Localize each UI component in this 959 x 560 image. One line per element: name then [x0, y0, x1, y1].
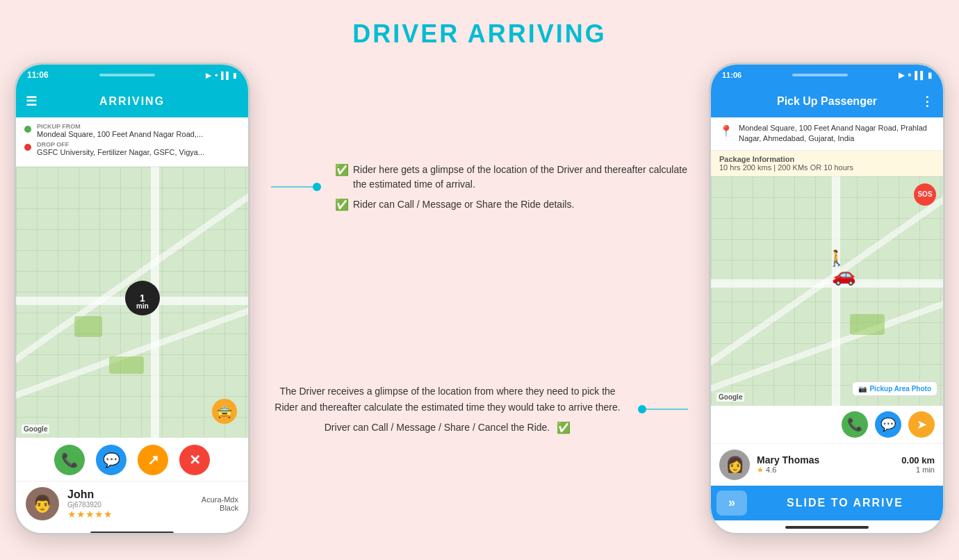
pickup-area-photo-button[interactable]: 📷 Pickup Area Photo	[852, 381, 937, 396]
share-button[interactable]: ↗	[138, 445, 168, 475]
connector-dot-bottom	[638, 405, 646, 413]
driver-car-info: Acura-Mdx Black	[202, 495, 238, 512]
car-model: Acura-Mdx	[202, 495, 238, 504]
page-title: DRIVER ARRIVING	[0, 19, 959, 49]
call-button-driver[interactable]: 📞	[842, 411, 868, 438]
pickup-dot	[24, 126, 31, 133]
road-diag2	[16, 237, 248, 402]
bottom-annotation-wrapper: The Driver receives a glimpse of the loc…	[271, 384, 688, 435]
phone2-map: 🚗 🚶 SOS 📷 Pickup Area Photo Google	[711, 176, 943, 406]
phone2-action-buttons: 📞 💬 ➤	[711, 406, 943, 443]
home-bar-line-2	[785, 526, 869, 529]
car-on-map-icon: 🚗	[832, 263, 856, 286]
phone2-header: Pick Up Passenger ⋮	[711, 85, 943, 117]
passenger-rating: ★ 4.6	[757, 466, 894, 475]
phone1-time: 11:06	[27, 70, 49, 80]
phone1-map: 1 min 🚖 Google	[16, 167, 248, 438]
top-annotation-wrapper: ✅ Rider here gets a glimpse of the locat…	[271, 163, 688, 212]
driver-avatar: 👨	[26, 487, 59, 520]
map-background-2: 🚗 🚶 SOS 📷 Pickup Area Photo Google	[711, 176, 943, 406]
phone2-mockup: 11:06 ▶ ⚬ ▌▌ ▮ Pick Up Passenger ⋮ 📍 Mon…	[709, 63, 945, 535]
passenger-details: Mary Thomas ★ 4.6	[757, 454, 894, 475]
sos-button[interactable]: SOS	[914, 183, 936, 206]
driver-info-text: John Gj6783920 ★★★★★	[67, 488, 193, 520]
phone2-package: Package Information 10 hrs 200 kms | 200…	[711, 151, 943, 176]
annotations: ✅ Rider here gets a glimpse of the locat…	[250, 63, 709, 535]
top-annotation: ✅ Rider here gets a glimpse of the locat…	[321, 163, 688, 212]
phone1-header-title: ARRIVING	[99, 95, 165, 108]
pickup-label: PICKUP FROM	[37, 123, 203, 130]
car-marker: 1 min	[125, 281, 160, 315]
ann-row-3: Driver can Call / Message / Share / Canc…	[271, 420, 624, 435]
driver-rating: ★★★★★	[67, 509, 193, 520]
bottom-annotation: The Driver receives a glimpse of the loc…	[271, 384, 638, 435]
check-icon-3: ✅	[557, 421, 571, 434]
car-color: Black	[202, 504, 238, 512]
dropoff-label: DROP OFF	[37, 141, 204, 148]
phone2-time: 11:06	[722, 71, 741, 79]
passenger-eta: 1 min	[901, 466, 935, 474]
ann-bottom-text: The Driver receives a glimpse of the loc…	[271, 384, 624, 415]
phone1-status-icons: ▶ ⚬ ▌▌ ▮	[206, 72, 237, 79]
package-title: Package Information	[719, 155, 935, 163]
ann-text-2: Rider can Call / Message or Share the Ri…	[353, 197, 574, 212]
rider-tag: 🚖	[212, 399, 237, 424]
passenger-distance: 0.00 km	[901, 455, 935, 466]
passenger-avatar: 👩	[719, 450, 750, 480]
phone2-home-bar	[711, 520, 943, 534]
ann-bottom-main: The Driver receives a glimpse of the loc…	[271, 384, 624, 435]
message-button[interactable]: 💬	[96, 445, 126, 475]
passenger-distance-eta: 0.00 km 1 min	[901, 455, 935, 474]
google-logo-1: Google	[22, 425, 49, 434]
phone2-passenger-info: 👩 Mary Thomas ★ 4.6 0.00 km 1 min	[711, 443, 943, 486]
phone1-home-bar	[16, 526, 248, 535]
ann-row-1: ✅ Rider here gets a glimpse of the locat…	[335, 163, 688, 192]
driver-id: Gj6783920	[67, 501, 193, 509]
location-address: Mondeal Square, 100 Feet Anand Nagar Roa…	[739, 123, 935, 145]
slide-to-arrive-button[interactable]: » SLIDE TO ARRIVE	[711, 486, 943, 520]
package-details: 10 hrs 200 kms | 200 KMs OR 10 hours	[719, 163, 935, 172]
slide-arrow-icon: »	[716, 491, 747, 516]
menu-icon[interactable]: ☰	[26, 94, 38, 109]
phone1-header: ☰ ARRIVING	[16, 85, 248, 117]
message-button-driver[interactable]: 💬	[875, 411, 901, 438]
dropoff-row: DROP OFF GSFC University, Fertilizer Nag…	[24, 141, 240, 156]
home-bar-line	[90, 532, 174, 534]
call-button[interactable]: 📞	[54, 445, 85, 475]
ann-row-2: ✅ Rider can Call / Message or Share the …	[335, 197, 688, 212]
check-icon-1: ✅	[335, 163, 349, 176]
phone2-location: 📍 Mondeal Square, 100 Feet Anand Nagar R…	[711, 117, 943, 151]
passenger-name: Mary Thomas	[757, 454, 894, 466]
page-title-section: DRIVER ARRIVING	[0, 0, 959, 63]
pickup-row: PICKUP FROM Mondeal Square, 100 Feet Ana…	[24, 123, 240, 138]
driver-name: John	[67, 488, 193, 501]
pickup-address: Mondeal Square, 100 Feet Anand Nagar Roa…	[37, 130, 203, 138]
ann-sub-text: Driver can Call / Message / Share / Canc…	[325, 420, 550, 435]
connector-line-right-bottom	[646, 409, 688, 410]
location-pin-icon: 📍	[719, 124, 733, 138]
map-background: 1 min 🚖 Google	[16, 167, 248, 438]
ann-text-1: Rider here gets a glimpse of the locatio…	[353, 163, 688, 192]
star-icon: ★	[757, 466, 764, 474]
phone2-status-icons: ▶ ⚬ ▌▌ ▮	[899, 71, 932, 80]
phone1-mockup: 11:06 ▶ ⚬ ▌▌ ▮ ☰ ARRIVING PICKUP FROM Mo…	[14, 63, 250, 535]
phone1-action-buttons: 📞 💬 ↗ ✕	[16, 438, 248, 481]
phone2-status-bar: 11:06 ▶ ⚬ ▌▌ ▮	[711, 65, 943, 85]
phone2-header-title: Pick Up Passenger	[777, 95, 877, 108]
phone1-status-bar: 11:06 ▶ ⚬ ▌▌ ▮	[16, 65, 248, 85]
google-logo-2: Google	[716, 393, 744, 402]
more-options-icon[interactable]: ⋮	[921, 94, 933, 109]
connector-dot-top	[313, 183, 321, 191]
check-icon-2: ✅	[335, 198, 349, 211]
dropoff-address: GSFC University, Fertilizer Nagar, GSFC,…	[37, 148, 204, 156]
share-button-driver[interactable]: ➤	[908, 411, 935, 438]
phone1-locations: PICKUP FROM Mondeal Square, 100 Feet Ana…	[16, 117, 248, 167]
phone1-driver-info: 👨 John Gj6783920 ★★★★★ Acura-Mdx Black	[16, 481, 248, 526]
cancel-button[interactable]: ✕	[179, 445, 210, 475]
dropoff-dot	[24, 144, 31, 151]
main-content: 11:06 ▶ ⚬ ▌▌ ▮ ☰ ARRIVING PICKUP FROM Mo…	[0, 63, 959, 549]
connector-line-left-top	[271, 186, 313, 188]
slide-to-arrive-label: SLIDE TO ARRIVE	[753, 497, 937, 509]
